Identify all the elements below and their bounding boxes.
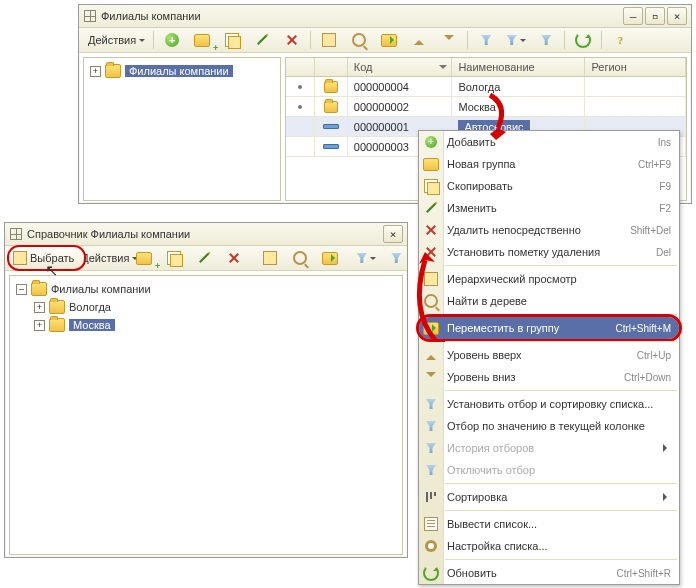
menu-move-to-group[interactable]: Переместить в группуCtrl+Shift+M	[419, 317, 679, 339]
submenu-arrow-icon	[663, 493, 671, 501]
submenu-arrow-icon	[663, 444, 671, 452]
folder-icon	[324, 101, 338, 113]
menu-separator	[445, 265, 677, 266]
refresh-button[interactable]	[569, 29, 597, 51]
hierarchy-button[interactable]	[315, 29, 343, 51]
menu-add[interactable]: ДобавитьIns	[419, 131, 679, 153]
window-icon	[9, 227, 23, 241]
menu-mark-delete[interactable]: Установить пометку удаленияDel	[419, 241, 679, 263]
menu-filter-value[interactable]: Отбор по значению в текущей колонке	[419, 415, 679, 437]
col-region[interactable]: Регион	[585, 58, 686, 76]
pencil-icon	[257, 35, 267, 45]
expand-icon[interactable]: +	[34, 320, 45, 331]
plus-icon: +	[165, 33, 179, 47]
menu-level-down[interactable]: Уровень внизCtrl+Down	[419, 366, 679, 388]
add-button[interactable]: +	[158, 29, 186, 51]
table-row[interactable]: 000000002 Москва	[286, 97, 686, 117]
close-button[interactable]: ×	[383, 225, 403, 243]
menu-edit[interactable]: ИзменитьF2	[419, 197, 679, 219]
main-tree[interactable]: + Филиалы компании	[83, 57, 281, 201]
tree-root-label: Филиалы компании	[125, 65, 233, 77]
filter-menu[interactable]	[352, 247, 380, 269]
menu-filter-history[interactable]: История отборов	[419, 437, 679, 459]
copy-button[interactable]	[160, 247, 188, 269]
menu-filter-off[interactable]: Отключить отбор	[419, 459, 679, 481]
edit-button[interactable]	[190, 247, 218, 269]
maximize-button[interactable]: ▫	[645, 7, 665, 25]
menu-copy[interactable]: СкопироватьF9	[419, 175, 679, 197]
menu-sort[interactable]: Сортировка	[419, 486, 679, 508]
menu-delete[interactable]: Удалить непосредственноShift+Del	[419, 219, 679, 241]
find-icon	[424, 294, 438, 308]
expand-icon[interactable]: +	[34, 302, 45, 313]
select-label: Выбрать	[30, 252, 74, 264]
hierarchy-button[interactable]	[256, 247, 284, 269]
level-up-button[interactable]	[405, 29, 433, 51]
cell-code: 000000004	[348, 77, 453, 96]
menu-output-list[interactable]: Вывести список...	[419, 513, 679, 535]
filter-history-button[interactable]	[502, 29, 530, 51]
menu-filter-sort[interactable]: Установить отбор и сортировку списка...	[419, 393, 679, 415]
folder-plus-icon	[136, 252, 152, 265]
minimize-button[interactable]: –	[623, 7, 643, 25]
menu-find-tree[interactable]: Найти в дереве	[419, 290, 679, 312]
copy-button[interactable]	[218, 29, 246, 51]
plus-icon	[425, 136, 437, 148]
delete-button[interactable]	[220, 247, 248, 269]
select-button[interactable]: Выбрать ↖	[7, 245, 86, 271]
funnel-x-icon	[391, 253, 401, 263]
menu-separator	[445, 314, 677, 315]
picker-tree[interactable]: – Филиалы компании + Вологда + Москва	[9, 275, 403, 555]
find-icon	[293, 251, 307, 265]
item-icon	[323, 124, 339, 129]
tree-label: Вологда	[69, 301, 111, 313]
menu-refresh[interactable]: ОбновитьCtrl+Shift+R	[419, 562, 679, 584]
tree-root-row[interactable]: – Филиалы компании	[12, 280, 400, 298]
menu-new-group[interactable]: Новая группаCtrl+F9	[419, 153, 679, 175]
picker-title: Справочник Филиалы компании	[27, 228, 383, 240]
delete-button[interactable]	[278, 29, 306, 51]
expand-icon[interactable]: +	[90, 66, 101, 77]
level-down-button[interactable]	[435, 29, 463, 51]
cell-region	[585, 77, 686, 96]
actions-menu[interactable]: Действия	[94, 247, 122, 269]
add-group-button[interactable]	[188, 29, 216, 51]
select-icon	[13, 251, 27, 265]
move-button[interactable]	[375, 29, 403, 51]
clear-filter-button[interactable]	[532, 29, 560, 51]
tree-label: Москва	[69, 319, 115, 331]
find-button[interactable]	[345, 29, 373, 51]
help-button[interactable]: ?	[606, 29, 634, 51]
edit-button[interactable]	[248, 29, 276, 51]
up-icon	[426, 350, 436, 360]
find-icon	[352, 33, 366, 47]
folder-icon	[423, 158, 439, 171]
table-row[interactable]: 000000004 Вологда	[286, 77, 686, 97]
context-menu: ДобавитьIns Новая группаCtrl+F9 Скопиров…	[418, 130, 680, 585]
actions-menu[interactable]: Действия	[81, 29, 149, 51]
copy-icon	[167, 251, 181, 265]
col-code[interactable]: Код	[348, 58, 453, 76]
down-icon	[444, 35, 454, 45]
close-button[interactable]: ×	[667, 7, 687, 25]
folder-plus-icon	[194, 34, 210, 47]
col-name[interactable]: Наименование	[452, 58, 585, 76]
clear-filter-button[interactable]	[382, 247, 410, 269]
menu-list-settings[interactable]: Настройка списка...	[419, 535, 679, 557]
cell-name: Вологда	[458, 81, 500, 93]
collapse-icon[interactable]: –	[16, 284, 27, 295]
menu-hierarchy[interactable]: Иерархический просмотр	[419, 268, 679, 290]
tree-item-row[interactable]: + Вологда	[12, 298, 400, 316]
window-title: Филиалы компании	[101, 10, 623, 22]
add-group-button[interactable]	[130, 247, 158, 269]
funnel-icon	[507, 35, 517, 45]
filter-sort-button[interactable]	[472, 29, 500, 51]
folder-icon	[49, 318, 65, 332]
folder-icon	[49, 300, 65, 314]
move-button[interactable]	[316, 247, 344, 269]
tree-item-row[interactable]: + Москва	[12, 316, 400, 334]
tree-root-row[interactable]: + Филиалы компании	[86, 62, 278, 80]
menu-level-up[interactable]: Уровень вверхCtrl+Up	[419, 344, 679, 366]
find-button[interactable]	[286, 247, 314, 269]
menu-separator	[445, 390, 677, 391]
